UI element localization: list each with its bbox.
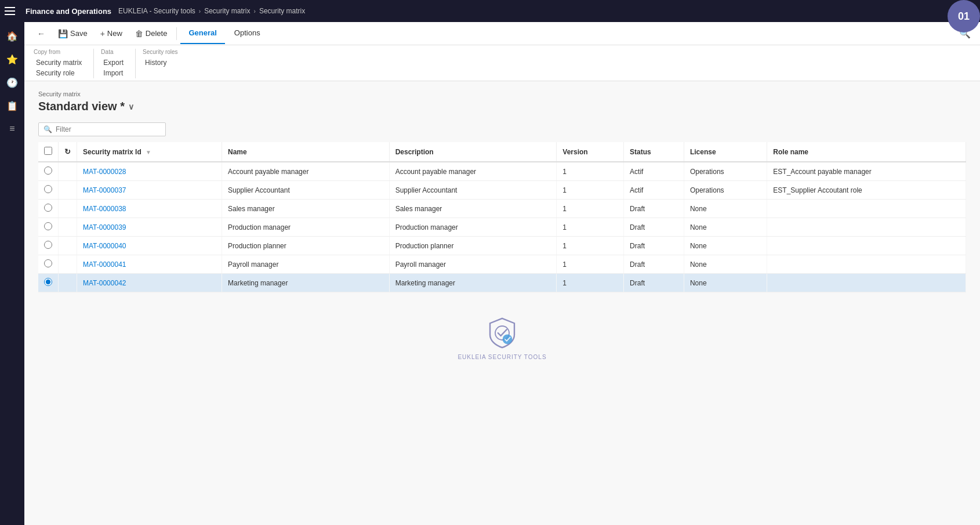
breadcrumb-item-2: Security matrix — [204, 7, 250, 15]
row-select-cell — [38, 218, 59, 237]
row-status-cell: Draft — [624, 255, 684, 274]
row-rolename-cell — [767, 218, 966, 237]
new-icon: + — [100, 29, 105, 38]
row-icon-cell — [59, 200, 77, 218]
row-radio[interactable] — [44, 241, 52, 249]
row-license-cell: Operations — [684, 181, 767, 200]
row-description-cell: Marketing manager — [389, 274, 557, 292]
row-select-cell — [38, 255, 59, 274]
row-version-cell: 1 — [557, 218, 624, 237]
row-rolename-cell: EST_Supplier Accoutant role — [767, 181, 966, 200]
save-button[interactable]: 💾 Save — [52, 26, 93, 42]
row-status-cell: Draft — [624, 237, 684, 255]
row-id-cell: MAT-0000038 — [77, 200, 222, 218]
ribbon-group-security-roles-label: Security roles — [143, 49, 178, 55]
row-status-cell: Draft — [624, 274, 684, 292]
table-row: MAT-0000039 Production manager Productio… — [38, 218, 966, 237]
page-body: Security matrix Standard view * ∨ 🔍 — [24, 81, 980, 525]
row-icon-cell — [59, 237, 77, 255]
row-radio[interactable] — [44, 166, 52, 175]
ribbon-item-import[interactable]: Import — [101, 68, 125, 78]
row-radio[interactable] — [44, 204, 52, 212]
sidebar-icon-home[interactable]: 🏠 — [2, 26, 23, 46]
refresh-icon[interactable]: ↻ — [64, 147, 71, 156]
row-name-cell: Supplier Accountant — [222, 181, 390, 200]
tab-options[interactable]: Options — [226, 23, 268, 44]
th-id-filter-icon[interactable]: ▼ — [146, 149, 151, 155]
page-view-title: Standard view * ∨ — [38, 100, 966, 113]
row-name-cell: Sales manager — [222, 200, 390, 218]
app-layout: 🏠 ⭐ 🕐 📋 ≡ ← 💾 Save + New 🗑 Delete — [0, 22, 980, 525]
table-row: MAT-0000037 Supplier Accountant Supplier… — [38, 181, 966, 200]
sidebar-icon-recent[interactable]: 🕐 — [2, 72, 23, 93]
toolbar-separator — [176, 27, 177, 40]
row-id-link[interactable]: MAT-0000039 — [83, 223, 126, 231]
save-icon: 💾 — [58, 29, 68, 38]
tab-general[interactable]: General — [180, 23, 224, 44]
row-id-cell: MAT-0000042 — [77, 274, 222, 292]
row-description-cell: Production manager — [389, 218, 557, 237]
row-id-cell: MAT-0000041 — [77, 255, 222, 274]
breadcrumb: EUKLEIA - Security tools › Security matr… — [118, 7, 305, 15]
row-version-cell: 1 — [557, 255, 624, 274]
row-id-link[interactable]: MAT-0000041 — [83, 260, 126, 269]
sidebar-icon-favorites[interactable]: ⭐ — [2, 49, 23, 70]
row-name-cell: Production planner — [222, 237, 390, 255]
row-license-cell: Operations — [684, 162, 767, 181]
table-row: MAT-0000041 Payroll manager Payroll mana… — [38, 255, 966, 274]
ribbon-item-security-role[interactable]: Security role — [34, 68, 77, 78]
table-body: MAT-0000028 Account payable manager Acco… — [38, 162, 966, 292]
row-id-cell: MAT-0000039 — [77, 218, 222, 237]
delete-button[interactable]: 🗑 Delete — [129, 26, 173, 42]
sidebar-icon-workspaces[interactable]: 📋 — [2, 95, 23, 116]
footer-logo-text: EUKLEIA SECURITY TOOLS — [458, 354, 546, 360]
breadcrumb-item-1: EUKLEIA - Security tools — [118, 7, 195, 15]
toolbar: ← 💾 Save + New 🗑 Delete General Options … — [24, 22, 980, 45]
th-version: Version — [557, 142, 624, 162]
row-id-link[interactable]: MAT-0000040 — [83, 242, 126, 250]
row-icon-cell — [59, 274, 77, 292]
user-badge[interactable]: 01 — [948, 0, 980, 32]
ribbon-item-security-matrix[interactable]: Security matrix — [34, 57, 84, 68]
row-rolename-cell — [767, 200, 966, 218]
row-version-cell: 1 — [557, 181, 624, 200]
sidebar: 🏠 ⭐ 🕐 📋 ≡ — [0, 22, 24, 525]
filter-input[interactable] — [56, 125, 161, 133]
breadcrumb-sep-1: › — [199, 8, 201, 15]
row-radio[interactable] — [44, 278, 52, 286]
ribbon-group-data-items: Export — [101, 57, 126, 68]
sidebar-icon-modules[interactable]: ≡ — [2, 118, 23, 139]
ribbon-group-security-roles-items: History — [143, 57, 178, 68]
select-all-checkbox[interactable] — [44, 147, 52, 155]
row-id-link[interactable]: MAT-0000028 — [83, 168, 126, 176]
eukleia-logo-svg — [485, 316, 520, 350]
svg-point-1 — [503, 334, 513, 344]
footer-logo: EUKLEIA SECURITY TOOLS — [38, 292, 966, 372]
row-version-cell: 1 — [557, 274, 624, 292]
back-button[interactable]: ← — [31, 26, 51, 42]
ribbon-group-data-items2: Import — [101, 68, 126, 78]
row-id-link[interactable]: MAT-0000037 — [83, 186, 126, 194]
ribbon-group-copy-from-items2: Security role — [34, 68, 84, 78]
row-id-link[interactable]: MAT-0000038 — [83, 205, 126, 213]
row-id-link[interactable]: MAT-0000042 — [83, 279, 126, 287]
breadcrumb-sep-2: › — [254, 8, 256, 15]
row-name-cell: Marketing manager — [222, 274, 390, 292]
view-chevron-icon[interactable]: ∨ — [128, 102, 134, 111]
ribbon-item-history[interactable]: History — [143, 57, 169, 68]
hamburger-menu[interactable] — [5, 3, 21, 19]
row-status-cell: Actif — [624, 181, 684, 200]
top-nav: Finance and Operations EUKLEIA - Securit… — [0, 0, 980, 22]
th-name: Name — [222, 142, 390, 162]
th-select — [38, 142, 59, 162]
row-radio[interactable] — [44, 185, 52, 193]
ribbon-group-data: Data Export Import — [101, 49, 136, 78]
page-breadcrumb: Security matrix — [38, 90, 966, 97]
view-title-text: Standard view * — [38, 100, 125, 113]
row-radio[interactable] — [44, 259, 52, 267]
ribbon-group-copy-from-label: Copy from — [34, 49, 84, 55]
row-select-cell — [38, 200, 59, 218]
new-button[interactable]: + New — [95, 26, 128, 42]
row-radio[interactable] — [44, 222, 52, 230]
ribbon-item-export[interactable]: Export — [101, 57, 126, 68]
